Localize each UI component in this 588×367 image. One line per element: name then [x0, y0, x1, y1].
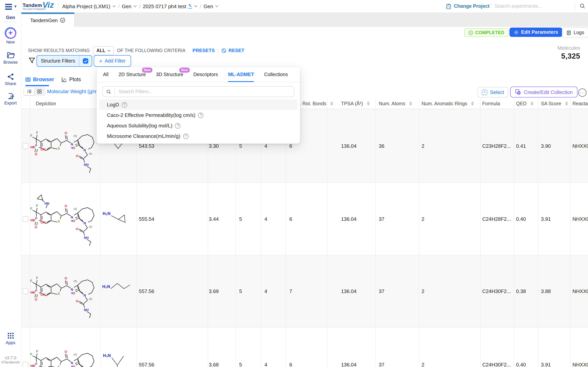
cell-rot_bonds: 6 [289, 362, 292, 367]
change-project-button[interactable]: Change Project [446, 0, 489, 12]
logs-button[interactable]: Logs [562, 28, 588, 38]
help-icon[interactable]: ? [175, 123, 181, 128]
sort-icons[interactable] [409, 101, 412, 106]
chevron-down-icon[interactable] [112, 5, 116, 7]
sort-icons[interactable] [330, 101, 333, 106]
list-view-toggle[interactable] [24, 88, 34, 95]
filter-tab-collections[interactable]: Collections [264, 67, 288, 82]
cell-c3: 4 [264, 288, 267, 294]
breadcrumb-run[interactable]: Gen [204, 3, 213, 9]
sort-icons[interactable] [530, 101, 534, 106]
sort-icons[interactable] [565, 101, 568, 106]
chevron-down-icon[interactable] [133, 5, 137, 7]
reset-link[interactable]: RESET [222, 48, 244, 53]
hamburger-menu-icon[interactable] [5, 4, 12, 11]
sort-icons[interactable] [367, 101, 370, 106]
create-edit-collection-button[interactable]: Create/Edit Collection [510, 87, 577, 98]
row-checkbox[interactable] [23, 216, 28, 222]
filter-option-aqueous-solubility[interactable]: Aqueous Solubility(log mol/L) ? [99, 120, 297, 131]
breadcrumb-project[interactable]: Alpha Project (LXM1) [62, 3, 110, 9]
experiment-search-input[interactable]: Search experiments... [495, 0, 542, 12]
edit-name-icon[interactable]: ✎ [188, 4, 192, 8]
cell-formula: C24H30F2... [482, 362, 511, 367]
help-icon[interactable]: ? [183, 133, 188, 139]
active-tab-underline [25, 85, 49, 86]
filter-option-logd[interactable]: LogD ? [99, 100, 297, 110]
add-filter-button[interactable]: + Add Filter [94, 55, 131, 67]
help-icon[interactable]: ? [198, 112, 204, 118]
grid-view-icon [37, 89, 42, 94]
filter-search-input[interactable]: Search Filters... [115, 89, 153, 94]
sidebar-item-share[interactable]: Share [0, 73, 21, 86]
sidebar-item-new[interactable]: + New [0, 27, 21, 44]
filter-tab-all[interactable]: All [103, 67, 109, 82]
cell-num_aromatic_rings: 2 [422, 362, 424, 367]
structure-filters-chip[interactable]: Structure Filters [36, 55, 92, 67]
presets-link[interactable]: PRESETS [192, 48, 215, 53]
sidebar-chevron-icon[interactable]: ∨ [14, 4, 17, 8]
main-content: COMPLETED Edit Parameters Logs SHOW RESU… [21, 27, 588, 367]
sort-column-label[interactable]: Molecular Weight (g/mol) [47, 89, 103, 94]
molecule-depiction [30, 263, 99, 320]
header-num-aromatic-rings[interactable]: Num. Aromatic Rings [422, 98, 474, 109]
filter-dropdown-tabs: All 2D Structure New 3D Structure New De… [97, 67, 300, 82]
ban-icon [222, 48, 226, 53]
sidebar-item-export[interactable]: Export [0, 92, 21, 105]
edit-parameters-button[interactable]: Edit Parameters [510, 28, 562, 37]
row-checkbox[interactable] [23, 143, 28, 149]
filter-tab-3d-structure[interactable]: 3D Structure New [156, 67, 183, 82]
cell-c2: 5 [239, 288, 242, 294]
header-reactant[interactable]: Reactant [572, 98, 588, 109]
folder-icon [6, 52, 15, 59]
breadcrumb-experiment[interactable]: 2025 0717 ph4 test [143, 3, 186, 9]
select-icon: + [482, 90, 487, 95]
reactant-depiction [100, 198, 135, 239]
cell-c1: 3.44 [209, 216, 219, 222]
tab-tandemgen[interactable]: TandemGen [21, 12, 74, 27]
header-tpsa[interactable]: TPSA (Å²) [341, 98, 370, 109]
filter-tab-descriptors[interactable]: Descriptors [193, 67, 218, 82]
new-badge: New [142, 67, 152, 73]
apps-grid-icon [7, 332, 14, 339]
row-checkbox[interactable] [23, 288, 28, 294]
filter-search-box[interactable]: Search Filters... [102, 86, 294, 97]
filter-option-microsome-clearance[interactable]: Microsome Clearance(mL/min/g) ? [99, 131, 297, 141]
cell-c1: 3.68 [209, 362, 219, 367]
breadcrumb: Alpha Project (LXM1) / Gen / 2025 0717 p… [62, 0, 218, 12]
chevron-down-icon[interactable] [194, 5, 198, 7]
cell-qed: 0.40 [516, 362, 526, 367]
filter-tab-2d-structure[interactable]: 2D Structure New [119, 67, 146, 82]
more-actions-button[interactable]: ··· [578, 89, 587, 97]
header-sa-score[interactable]: SA Score [541, 98, 568, 109]
structure-filters-checkbox[interactable] [83, 58, 88, 64]
topbar-divider [575, 3, 575, 10]
filter-option-caco2[interactable]: Caco-2 Effective Permeability(log cm/s) … [99, 110, 297, 120]
cell-sa_score: 3.91 [541, 216, 551, 222]
select-button[interactable]: + Select [477, 87, 508, 98]
cell-mw: 557.56 [139, 362, 154, 367]
filter-tab-ml-admet[interactable]: ML-ADMET [228, 67, 254, 82]
sort-icons[interactable] [471, 101, 474, 106]
sidebar-item-browse[interactable]: Browse [0, 52, 21, 65]
reactant-depiction [100, 271, 135, 312]
chevron-down-icon[interactable] [215, 5, 218, 7]
help-icon[interactable]: ? [122, 102, 127, 107]
app-logo[interactable]: Tandem Viz The power of integration [23, 1, 54, 9]
filter-funnel-icon [28, 57, 35, 64]
grid-view-toggle[interactable] [34, 88, 44, 95]
header-num-atoms[interactable]: Num. Atoms [379, 98, 412, 109]
match-mode-select[interactable]: ALL [93, 46, 114, 55]
cell-num_atoms: 37 [379, 362, 384, 367]
header-depiction[interactable]: Depiction [36, 98, 56, 109]
molecule-depiction [30, 190, 99, 248]
breadcrumb-gen[interactable]: Gen [122, 3, 131, 9]
search-icon[interactable] [579, 3, 585, 9]
tab-browser[interactable]: Browser [25, 76, 54, 82]
new-icon: + [5, 27, 16, 39]
header-formula[interactable]: Formula [482, 98, 500, 109]
row-checkbox[interactable] [23, 362, 28, 367]
sidebar-item-apps[interactable]: Apps [0, 332, 21, 345]
header-qed[interactable]: QED [516, 98, 534, 109]
export-icon [7, 92, 14, 100]
tab-plots[interactable]: Plots [61, 76, 81, 82]
